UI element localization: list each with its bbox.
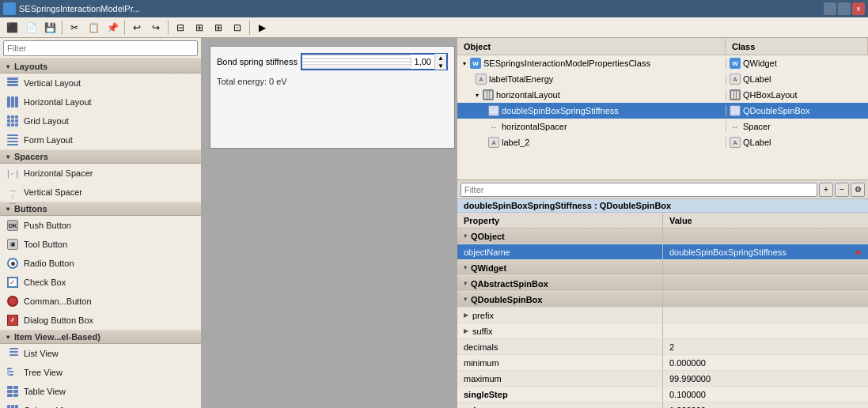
property-table: Property Value ▾ QObject — [457, 213, 868, 408]
qlabel2-icon: A — [488, 137, 499, 148]
form-layout-icon — [6, 134, 19, 146]
toolbox-item-dialog-button[interactable]: ✗ Dialog Button Box — [0, 311, 201, 330]
toolbox-item-list-view[interactable]: List View — [0, 344, 201, 363]
toolbox-item-horizontal-layout[interactable]: Horizontal Layout — [0, 93, 201, 111]
prop-label-value: value — [457, 402, 663, 408]
property-table-header: Property Value — [457, 213, 868, 229]
push-button-icon: OK — [6, 219, 19, 232]
toolbox-item-tool-button[interactable]: ▣ Tool Button — [0, 235, 201, 254]
toolbar-new-button[interactable]: ⬛ — [3, 19, 21, 36]
prop-row-value[interactable]: value 1.000000 — [457, 402, 868, 408]
spinbox-down-button[interactable]: ▼ — [435, 62, 446, 70]
form-canvas: Bond spring stiffness 1,00 ▲ ▼ Total ene… — [210, 46, 455, 149]
prop-row-maximum[interactable]: maximum 99.990000 — [457, 371, 868, 387]
tree-class-cell: 1.0 QDoubleSpinBox — [726, 105, 868, 116]
prop-section-qwidget-value — [663, 260, 868, 275]
toolbox-item-command-button[interactable]: Comman...Button — [0, 292, 201, 311]
toolbar-cut-button[interactable]: ✂ — [66, 19, 83, 36]
prop-row-prefix[interactable]: ▶ prefix — [457, 308, 868, 323]
prop-row-objectname[interactable]: objectName doubleSpinBoxSpringStiffness … — [457, 244, 868, 260]
toolbox-category-layouts[interactable]: ▾ Layouts — [0, 59, 201, 74]
toolbox-item-grid-layout[interactable]: Grid Layout — [0, 111, 201, 130]
toolbox-item-horizontal-spacer[interactable]: | ↔ | Horizontal Spacer — [0, 164, 201, 183]
toolbox-item-tree-view[interactable]: Tree View — [0, 363, 201, 382]
horizontal-layout-label: Horizontal Layout — [24, 97, 92, 107]
prop-section-qwidget[interactable]: ▾ QWidget — [457, 260, 868, 276]
radio-button-label: Radio Button — [24, 259, 74, 268]
prop-section-qobject[interactable]: ▾ QObject — [457, 229, 868, 244]
app-icon — [3, 2, 16, 15]
property-filter-input[interactable] — [461, 183, 817, 197]
toolbox-item-check-box[interactable]: ✓ Check Box — [0, 273, 201, 292]
toolbar-undo-button[interactable]: ↩ — [128, 19, 146, 36]
grid-layout-label: Grid Layout — [24, 116, 69, 126]
toolbox-item-push-button[interactable]: OK Push Button — [0, 216, 201, 235]
horizontal-spacer-icon: | ↔ | — [6, 167, 19, 179]
toolbar-grid-button[interactable]: ⊞ — [210, 19, 227, 36]
toolbox-item-table-view[interactable]: Table View — [0, 382, 201, 401]
value-col-header: Value — [663, 213, 868, 228]
toolbox-category-spacers[interactable]: ▾ Spacers — [0, 149, 201, 164]
prop-row-decimals[interactable]: decimals 2 — [457, 339, 868, 355]
tree-class-cell: A QLabel — [726, 74, 868, 85]
prop-row-singlestep[interactable]: singleStep 0.100000 — [457, 387, 868, 402]
horizontal-layout-icon — [6, 96, 19, 108]
tree-row[interactable]: ▾ horizontalLayout QHBoxLayout — [457, 87, 868, 103]
prop-value-value: 1.000000 — [663, 402, 868, 408]
toolbox-item-vertical-layout[interactable]: Vertical Layout — [0, 74, 201, 93]
tool-button-label: Tool Button — [24, 240, 67, 249]
prop-section-qdoublespinbox[interactable]: ▾ QDoubleSpinBox — [457, 292, 868, 308]
toolbar-redo-button[interactable]: ↪ — [147, 19, 165, 36]
tree-row[interactable]: ▾ W SESpringsInteractionModelPropertiesC… — [457, 55, 868, 71]
tree-view-icon — [6, 366, 19, 379]
property-settings-button[interactable]: ⚙ — [851, 183, 865, 197]
toolbox-filter-input[interactable] — [3, 40, 198, 56]
toolbar-paste-button[interactable]: 📌 — [104, 19, 121, 36]
prop-section-qwidget-label: ▾ QWidget — [457, 260, 663, 275]
toolbar-copy-button[interactable]: 📋 — [85, 19, 102, 36]
maximize-button[interactable] — [838, 2, 851, 15]
edit-indicator-icon: ◆ — [855, 247, 862, 256]
tree-row[interactable]: ↔ horizontalSpacer ↔ Spacer — [457, 119, 868, 134]
spinbox-up-button[interactable]: ▲ — [435, 54, 446, 62]
prop-value-suffix — [663, 323, 868, 338]
tree-row[interactable]: A labelTotalEnergy A QLabel — [457, 71, 868, 87]
minimize-button[interactable] — [824, 2, 836, 15]
toolbar-break-button[interactable]: ⊡ — [229, 19, 246, 36]
prop-value-minimum: 0.000000 — [663, 355, 868, 370]
tree-object-cell: ▾ horizontalLayout — [457, 89, 726, 100]
toolbar-layout-h-button[interactable]: ⊟ — [172, 19, 189, 36]
toolbox-item-column-view[interactable]: Column View — [0, 401, 201, 408]
toolbar-layout-v-button[interactable]: ⊞ — [191, 19, 208, 36]
toolbar-open-button[interactable]: 📄 — [22, 19, 40, 36]
toolbar-preview-button[interactable]: ▶ — [253, 19, 271, 36]
prop-label-objectname: objectName — [457, 244, 663, 259]
vertical-layout-icon — [6, 77, 19, 89]
property-remove-button[interactable]: − — [835, 183, 849, 197]
toolbox-item-vertical-spacer[interactable]: — ↕ — Vertical Spacer — [0, 183, 201, 202]
column-view-icon — [6, 404, 19, 408]
property-filter-bar: + − ⚙ — [457, 180, 868, 199]
prop-section-qdouble-label: ▾ QDoubleSpinBox — [457, 292, 663, 307]
check-box-icon: ✓ — [6, 276, 19, 289]
tree-row[interactable]: A label_2 A QLabel — [457, 134, 868, 150]
toolbox-item-radio-button[interactable]: Radio Button — [0, 254, 201, 273]
toolbar-save-button[interactable]: 💾 — [41, 19, 59, 36]
grid-layout-icon — [6, 115, 19, 127]
prop-section-qdouble-value — [663, 292, 868, 307]
prop-value-objectname: doubleSpinBoxSpringStiffness ◆ — [663, 244, 868, 259]
tree-row-selected[interactable]: 1.0 doubleSpinBoxSpringStiffness 1.0 QDo… — [457, 103, 868, 119]
property-add-button[interactable]: + — [819, 183, 833, 197]
prop-section-qabstractspinbox[interactable]: ▾ QAbstractSpinBox — [457, 276, 868, 292]
prop-label-prefix: ▶ prefix — [457, 308, 663, 323]
canvas-area[interactable]: Bond spring stiffness 1,00 ▲ ▼ Total ene… — [202, 38, 457, 408]
close-button[interactable]: × — [852, 2, 865, 15]
toolbox-item-form-layout[interactable]: Form Layout — [0, 130, 201, 149]
spring-stiffness-spinbox[interactable]: 1,00 ▲ ▼ — [301, 53, 448, 70]
toolbox-category-buttons[interactable]: ▾ Buttons — [0, 202, 201, 216]
tree-object-cell: 1.0 doubleSpinBoxSpringStiffness — [457, 105, 726, 116]
prop-row-suffix[interactable]: ▶ suffix — [457, 323, 868, 339]
prop-row-minimum[interactable]: minimum 0.000000 — [457, 355, 868, 371]
expand-prefix-icon: ▶ — [464, 312, 468, 319]
toolbox-category-itemviews[interactable]: ▾ Item View...el-Based) — [0, 330, 201, 344]
